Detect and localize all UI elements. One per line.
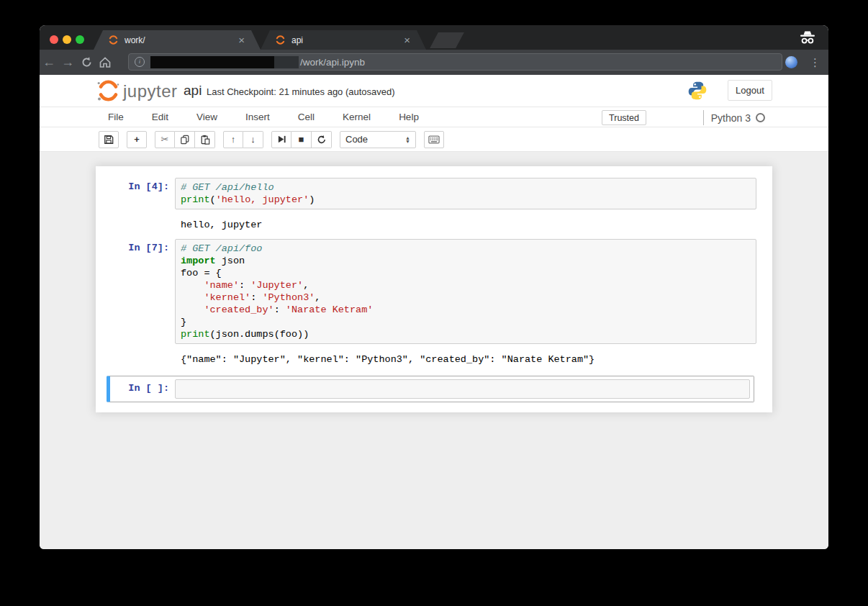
tab-title: api (291, 35, 402, 45)
tab-bar: work/ × api × (40, 25, 828, 50)
trusted-button[interactable]: Trusted (602, 110, 646, 125)
cell-type-select[interactable]: Code ▲▼ (340, 131, 416, 148)
cell-type-value: Code (345, 134, 405, 145)
cell-output: {"name": "Jupyter", "kernel": "Python3",… (175, 354, 595, 365)
logout-button[interactable]: Logout (728, 80, 772, 101)
code-cell-2[interactable]: In [7]: # GET /api/fooimport jsonfoo = {… (96, 239, 772, 344)
page-info-icon[interactable]: i (135, 57, 145, 67)
notebook-title[interactable]: api (184, 83, 202, 99)
output-prompt (107, 354, 175, 365)
new-tab-button[interactable] (430, 32, 464, 48)
menu-item-insert[interactable]: Insert (235, 112, 280, 122)
address-bar[interactable]: i /work/api.ipynb (128, 53, 782, 71)
forward-icon[interactable]: → (58, 55, 77, 70)
back-icon[interactable]: ← (40, 55, 58, 70)
restart-kernel-button[interactable] (312, 131, 332, 148)
kernel-idle-icon (756, 113, 765, 122)
menu-item-view[interactable]: View (186, 112, 227, 122)
input-prompt: In [ ]: (110, 379, 175, 399)
jupyter-logo-text: jupyter (123, 81, 178, 102)
menu-item-kernel[interactable]: Kernel (333, 112, 381, 122)
jupyter-header: jupyter api Last Checkpoint: 21 minutes … (40, 75, 828, 152)
cell-output: hello, jupyter (175, 220, 262, 230)
browser-toolbar: ← → i /work/api.ipynb ⋮ (40, 50, 828, 75)
browser-menu-icon[interactable]: ⋮ (810, 56, 820, 69)
input-prompt: In [4]: (107, 178, 175, 209)
zoom-window-button[interactable] (76, 35, 84, 44)
tab-api-notebook[interactable]: api × (261, 30, 426, 50)
redacted-url-host (150, 56, 274, 68)
redacted-url-segment (274, 56, 299, 68)
jupyter-page: jupyter api Last Checkpoint: 21 minutes … (40, 75, 828, 549)
menu-item-file[interactable]: File (108, 112, 134, 122)
code-cell-1[interactable]: In [4]: # GET /api/helloprint('hello, ju… (96, 178, 772, 209)
menu-bar: FileEditViewInsertCellKernelHelp Trusted… (40, 107, 828, 127)
code-input[interactable]: # GET /api/helloprint('hello, jupyter') (175, 178, 756, 209)
move-cell-up-button[interactable]: ↑ (223, 131, 243, 148)
tab-close-icon[interactable]: × (402, 35, 412, 45)
python-logo-icon (687, 81, 707, 101)
run-cell-button[interactable] (271, 131, 291, 148)
code-input-empty[interactable] (175, 379, 750, 399)
jupyter-favicon (275, 35, 286, 45)
jupyter-favicon (108, 35, 119, 45)
url-path: /work/api.ipynb (300, 57, 365, 68)
cell-2-output-row: {"name": "Jupyter", "kernel": "Python3",… (96, 348, 772, 374)
code-cell-3-selected[interactable]: In [ ]: (107, 376, 754, 402)
copy-cell-button[interactable] (175, 131, 195, 148)
menu-item-cell[interactable]: Cell (288, 112, 325, 122)
tab-work-directory[interactable]: work/ × (94, 30, 261, 50)
minimize-window-button[interactable] (63, 35, 71, 44)
cell-1-output-row: hello, jupyter (96, 214, 772, 239)
notebook-container: In [4]: # GET /api/helloprint('hello, ju… (96, 166, 772, 412)
tab-title: work/ (125, 35, 237, 45)
kernel-name: Python 3 (711, 112, 751, 124)
jupyter-logo[interactable]: jupyter (96, 79, 178, 102)
checkpoint-status: Last Checkpoint: 21 minutes ago (autosav… (207, 86, 395, 97)
incognito-icon (798, 30, 817, 45)
reload-icon[interactable] (77, 56, 96, 68)
notebook-area: In [4]: # GET /api/helloprint('hello, ju… (40, 152, 828, 549)
cut-cell-button[interactable]: ✂ (155, 131, 175, 148)
notebook-toolbar: + ✂ ↑ ↓ (40, 127, 828, 152)
menu-item-help[interactable]: Help (389, 112, 429, 122)
interrupt-kernel-button[interactable]: ■ (291, 131, 312, 148)
home-icon[interactable] (96, 56, 114, 68)
output-prompt (107, 220, 175, 230)
header-logo-row: jupyter api Last Checkpoint: 21 minutes … (40, 75, 828, 107)
close-window-button[interactable] (50, 35, 58, 44)
input-prompt: In [7]: (107, 239, 175, 344)
code-input[interactable]: # GET /api/fooimport jsonfoo = { 'name':… (175, 239, 756, 344)
menu-item-edit[interactable]: Edit (142, 112, 178, 122)
paste-cell-button[interactable] (195, 131, 215, 148)
move-cell-down-button[interactable]: ↓ (243, 131, 263, 148)
command-palette-button[interactable] (424, 131, 444, 148)
kernel-indicator: Python 3 (703, 110, 765, 125)
save-button[interactable] (99, 131, 119, 148)
select-arrows-icon: ▲▼ (405, 136, 410, 143)
tab-close-icon[interactable]: × (237, 35, 246, 45)
add-cell-button[interactable]: + (127, 131, 147, 148)
browser-window: work/ × api × ← → (40, 25, 828, 549)
extension-globe-icon[interactable] (785, 56, 797, 68)
menu-items: FileEditViewInsertCellKernelHelp (108, 112, 437, 122)
